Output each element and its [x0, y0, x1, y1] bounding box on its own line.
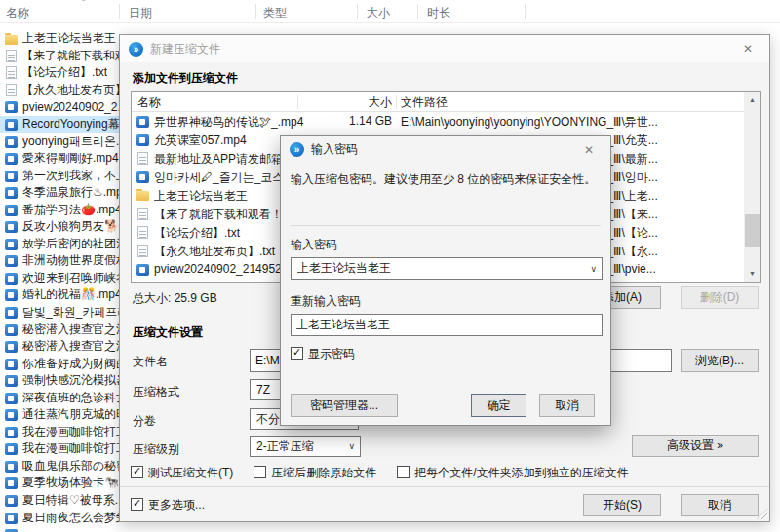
- file-type-icon: [5, 273, 18, 285]
- option-checkbox-item[interactable]: 把每个文件/文件夹添加到独立的压缩文件: [397, 465, 628, 481]
- file-list-sidebar: 上老王论坛当老王 【来了就能下载和观... 【论坛介绍】.txt 【永久地址发布…: [0, 30, 119, 532]
- sidebar-file-item[interactable]: 上老王论坛当老王: [0, 30, 119, 48]
- total-size-label: 总大小: 25.9 GB: [133, 290, 217, 307]
- column-divider[interactable]: [119, 4, 120, 19]
- file-name-label: 달빛_화원_카페프리...: [22, 304, 119, 321]
- list-column-name[interactable]: 名称: [137, 95, 161, 111]
- sidebar-file-item[interactable]: 愛來得剛剛好.mp4: [0, 150, 119, 168]
- cancel-button[interactable]: 取消: [539, 394, 595, 417]
- file-type-icon: [5, 205, 18, 216]
- sidebar-file-item[interactable]: 【永久地址发布页】...: [0, 82, 119, 99]
- checkbox-icon[interactable]: [397, 466, 410, 478]
- compression-level-value: 2-正常压缩: [256, 438, 314, 455]
- scroll-down-icon[interactable]: [744, 265, 760, 282]
- confirm-password-input[interactable]: [291, 314, 603, 336]
- sidebar-file-item[interactable]: 吸血鬼俱乐部の秘密...: [0, 458, 119, 475]
- sidebar-file-item[interactable]: 你准备好成为财阀的...: [0, 355, 119, 372]
- sidebar-file-item[interactable]: 달빛_화원_카페프리...: [0, 304, 119, 322]
- archive-dialog-title: 新建压缩文件: [150, 41, 728, 57]
- sidebar-file-item[interactable]: 【来了就能下载和观...: [0, 48, 119, 65]
- file-name-label: 【论坛介绍】.txt: [21, 64, 107, 81]
- scroll-up-icon[interactable]: [744, 92, 760, 108]
- advanced-settings-button[interactable]: 高级设置 »: [632, 435, 759, 457]
- column-divider[interactable]: [255, 4, 256, 19]
- archive-dialog-titlebar[interactable]: 新建压缩文件: [120, 35, 769, 62]
- column-divider[interactable]: [396, 95, 397, 109]
- sidebar-file-item[interactable]: 放学后密闭的社团活...: [0, 236, 119, 253]
- sidebar-file-item[interactable]: pview20240902_2...: [0, 98, 119, 116]
- column-header-duration[interactable]: 时长: [427, 5, 450, 21]
- confirm-password-label: 重新输入密码: [291, 293, 361, 310]
- close-icon[interactable]: [735, 42, 760, 56]
- checkbox-icon[interactable]: [131, 498, 143, 511]
- checkbox-icon[interactable]: [254, 466, 266, 478]
- delete-button[interactable]: 删除(D): [681, 286, 759, 309]
- list-column-size[interactable]: 大小: [302, 95, 392, 111]
- sidebar-file-item[interactable]: 秘密潜入搜查官之泡...: [0, 321, 119, 338]
- password-input[interactable]: 上老王论坛当老王: [291, 257, 603, 280]
- sidebar-file-item[interactable]: 婚礼的祝福🎊.mp4: [0, 286, 119, 304]
- checkbox-icon[interactable]: [291, 347, 303, 360]
- column-header-type[interactable]: 类型: [263, 5, 287, 21]
- file-type-icon: [136, 134, 149, 146]
- browse-button[interactable]: 浏览(B)...: [681, 349, 759, 372]
- file-name-label: 冬季温泉旅行♨.mp4: [22, 184, 119, 201]
- sidebar-file-item[interactable]: 欢迎来到召唤师峡谷...: [0, 270, 119, 287]
- file-name-label: 愛來得剛剛好.mp4: [22, 150, 119, 167]
- cancel-button[interactable]: 取消: [681, 494, 759, 516]
- sidebar-file-item[interactable]: 夏日特辑♡被母系...: [0, 492, 119, 510]
- sidebar-file-item[interactable]: 夏日雨夜怎么会梦到...: [0, 509, 119, 526]
- column-divider[interactable]: [525, 4, 526, 19]
- file-name-label: 深夜值班的急诊科女...: [22, 390, 119, 406]
- column-divider[interactable]: [417, 4, 418, 19]
- file-type-icon: [5, 324, 18, 336]
- option-label: 测试压缩文件(T): [148, 466, 233, 479]
- sidebar-file-item[interactable]: 非洲动物世界度假村...: [0, 252, 119, 270]
- file-path: E:\Main\yoonying\yoonying\YOONYING_Ⅲ\异世.…: [401, 114, 742, 131]
- column-header-size[interactable]: 大小: [367, 5, 390, 21]
- sidebar-file-item[interactable]: 通往蒸汽朋克城的晚...: [0, 406, 119, 424]
- option-checkbox-item[interactable]: 压缩后删除原始文件: [254, 465, 376, 481]
- show-password-checkbox[interactable]: 显示密码: [291, 346, 355, 362]
- sidebar-file-item[interactable]: 【论坛介绍】.txt: [0, 64, 119, 82]
- sidebar-file-item[interactable]: 强制快感沉沦模拟器...: [0, 372, 119, 390]
- close-icon[interactable]: [576, 143, 602, 157]
- file-type-icon: [5, 101, 18, 113]
- sidebar-file-item[interactable]: 我在漫画咖啡馆打工...: [0, 424, 119, 441]
- file-type-icon: [5, 393, 18, 404]
- checkbox-icon[interactable]: [131, 466, 143, 478]
- sidebar-file-item[interactable]: 秘密潜入搜查官之泡...: [0, 338, 119, 356]
- archive-options-row: 测试压缩文件(T) 压缩后删除原始文件 把每个文件/文件夹添加到独立的压缩文件: [131, 465, 629, 481]
- compression-level-select[interactable]: 2-正常压缩: [250, 436, 361, 457]
- sidebar-file-item[interactable]: yoonying패트리온....: [0, 133, 119, 150]
- file-type-icon: [137, 152, 148, 165]
- sidebar-file-item[interactable]: [0, 526, 119, 532]
- file-type-icon: [6, 66, 17, 79]
- file-type-icon: [5, 375, 18, 387]
- column-header-name[interactable]: 名称: [6, 5, 29, 21]
- password-manager-button[interactable]: 密码管理器...: [291, 394, 398, 417]
- ok-button[interactable]: 确定: [471, 394, 526, 417]
- sidebar-file-item[interactable]: 我在漫画咖啡馆打工...: [0, 440, 119, 458]
- file-type-icon: [5, 136, 18, 148]
- list-column-path[interactable]: 文件路径: [401, 95, 448, 111]
- scrollbar-thumb[interactable]: [745, 214, 760, 247]
- more-options-checkbox[interactable]: 更多选项...: [131, 497, 205, 513]
- column-header-date[interactable]: 日期: [129, 5, 152, 21]
- option-checkbox-item[interactable]: 测试压缩文件(T): [131, 465, 233, 481]
- column-divider[interactable]: [297, 95, 298, 109]
- start-button[interactable]: 开始(S): [583, 494, 661, 516]
- column-divider[interactable]: [357, 4, 358, 19]
- sidebar-file-item[interactable]: 深夜值班的急诊科女...: [0, 389, 119, 406]
- archive-file-row[interactable]: 异世界神秘鸟的传说🕊_.mp4 1.14 GB E:\Main\yoonying…: [132, 112, 744, 131]
- sidebar-file-item[interactable]: 番茄学习法🍅.mp4: [0, 201, 119, 218]
- list-scrollbar[interactable]: [744, 92, 760, 282]
- file-type-icon: [136, 171, 149, 183]
- file-type-icon: [136, 191, 149, 201]
- sidebar-file-item[interactable]: 冬季温泉旅行♨.mp4: [0, 184, 119, 202]
- sidebar-file-item[interactable]: 第一次到我家，不上...: [0, 167, 119, 184]
- sidebar-file-item[interactable]: RecordYoonying幕...: [0, 116, 119, 133]
- password-dialog-titlebar[interactable]: 输入密码: [281, 136, 610, 163]
- sidebar-file-item[interactable]: 夏季牧场体验卡🐄....: [0, 475, 119, 492]
- sidebar-file-item[interactable]: 反攻小狼狗男友🐕....: [0, 218, 119, 236]
